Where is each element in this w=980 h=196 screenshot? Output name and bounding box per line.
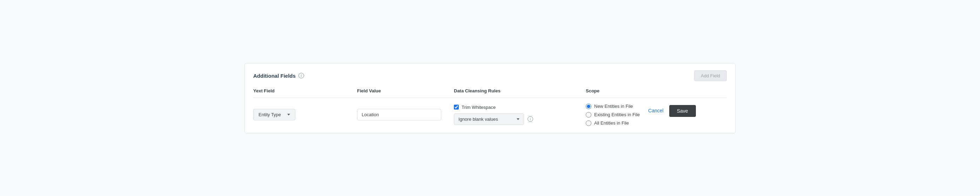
cancel-button[interactable]: Cancel	[647, 105, 665, 116]
card-title: Additional Fields	[253, 73, 296, 79]
scope-and-actions: New Entities in File Existing Entities i…	[586, 104, 727, 126]
col-header-yext-field: Yext Field	[253, 88, 352, 93]
field-value-cell	[357, 109, 448, 120]
scope-radio-all-entities[interactable]	[586, 120, 591, 126]
add-field-button[interactable]: Add Field	[694, 70, 727, 81]
entity-type-dropdown-button[interactable]: Entity Type	[253, 109, 295, 120]
chevron-down-icon-dropdown	[517, 118, 519, 120]
col-header-field-value: Field Value	[357, 88, 448, 93]
scope-option-existing-entities: Existing Entities in File	[586, 112, 640, 118]
card-title-row: Additional Fields i	[253, 73, 304, 79]
scope-col: New Entities in File Existing Entities i…	[586, 104, 640, 126]
info-icon[interactable]: i	[299, 73, 304, 78]
ignore-blank-dropdown[interactable]: Ignore blank values	[454, 114, 524, 125]
scope-label-existing-entities: Existing Entities in File	[594, 112, 640, 117]
field-value-input[interactable]	[357, 109, 441, 120]
scope-label-all-entities: All Entities in File	[594, 120, 629, 126]
data-row: Entity Type Trim Whitespace Ignore blank…	[253, 104, 727, 126]
cleansing-col: Trim Whitespace Ignore blank values i	[454, 105, 580, 125]
cleansing-info-icon[interactable]: i	[528, 116, 533, 122]
entity-type-label: Entity Type	[258, 112, 281, 117]
col-header-scope: Scope	[586, 88, 727, 93]
trim-whitespace-label: Trim Whitespace	[461, 105, 496, 110]
trim-whitespace-checkbox[interactable]	[454, 105, 459, 109]
scope-option-new-entities: New Entities in File	[586, 104, 640, 109]
chevron-down-icon	[287, 114, 290, 115]
scope-option-all-entities: All Entities in File	[586, 120, 640, 126]
blank-values-row: Ignore blank values i	[454, 114, 580, 125]
action-buttons: Cancel Save	[647, 104, 699, 117]
ignore-blank-label: Ignore blank values	[458, 117, 498, 122]
additional-fields-card: Additional Fields i Add Field Yext Field…	[245, 63, 735, 133]
entity-type-dropdown[interactable]: Entity Type	[253, 109, 352, 120]
card-header: Additional Fields i Add Field	[253, 70, 727, 81]
save-button[interactable]: Save	[669, 105, 696, 117]
scope-radio-new-entities[interactable]	[586, 104, 591, 109]
trim-whitespace-row: Trim Whitespace	[454, 105, 580, 110]
columns-header: Yext Field Field Value Data Cleansing Ru…	[253, 88, 727, 98]
col-header-cleansing: Data Cleansing Rules	[454, 88, 580, 93]
scope-label-new-entities: New Entities in File	[594, 104, 633, 109]
scope-radio-existing-entities[interactable]	[586, 112, 591, 118]
